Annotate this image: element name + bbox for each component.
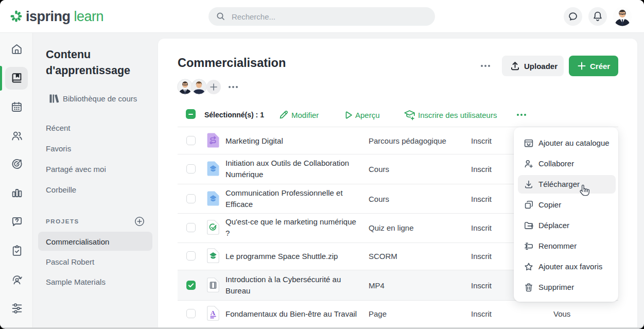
svg-text:A: A xyxy=(211,308,216,316)
